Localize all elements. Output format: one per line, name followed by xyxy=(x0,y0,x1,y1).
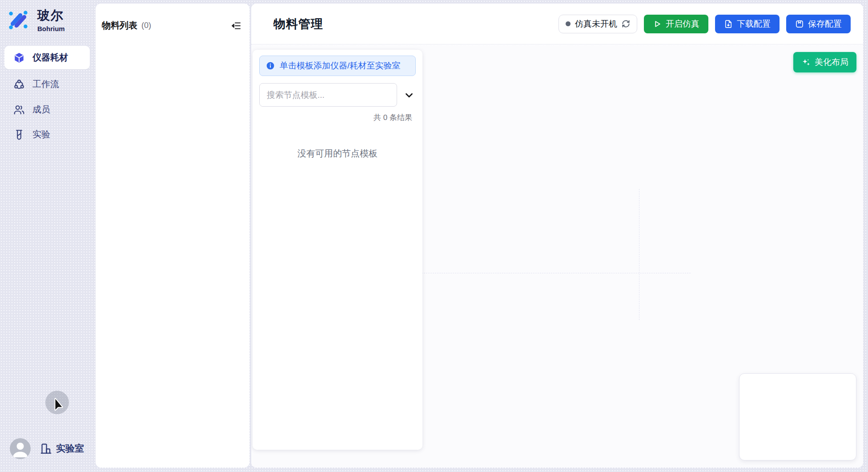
simulation-status-pill: 仿真未开机 xyxy=(559,15,637,33)
chevron-down-icon[interactable] xyxy=(403,89,415,101)
node-template-panel: 单击模板添加仪器/耗材至实验室 共 0 条结果 没有可用的节点模板 xyxy=(253,50,422,450)
users-icon xyxy=(13,104,25,116)
workflow-icon xyxy=(13,79,25,90)
template-search-input[interactable] xyxy=(259,83,397,107)
file-download-icon xyxy=(724,20,733,28)
sidebar-item-label: 工作流 xyxy=(32,78,59,90)
template-search-row xyxy=(259,83,416,107)
brand-text: 玻尔 Bohrium xyxy=(37,7,65,32)
app-root: 玻尔 Bohrium 仪器耗材 工作流 xyxy=(0,0,868,472)
template-hint-text: 单击模板添加仪器/耗材至实验室 xyxy=(280,60,400,72)
start-simulation-label: 开启仿真 xyxy=(666,18,699,30)
canvas-guide-horizontal xyxy=(419,273,691,273)
sidebar-item-label: 成员 xyxy=(32,104,50,116)
building-icon xyxy=(40,443,52,455)
start-simulation-button[interactable]: 开启仿真 xyxy=(644,15,708,33)
template-hint-banner: 单击模板添加仪器/耗材至实验室 xyxy=(259,56,416,76)
sidebar-item-members[interactable]: 成员 xyxy=(4,98,90,121)
brand-name: 玻尔 xyxy=(37,7,65,24)
empty-templates-text: 没有可用的节点模板 xyxy=(259,148,416,160)
beautify-layout-label: 美化布局 xyxy=(815,56,848,68)
main-header: 物料管理 仿真未开机 开启仿真 xyxy=(251,4,863,44)
collapse-panel-icon[interactable] xyxy=(231,20,241,31)
save-config-label: 保存配置 xyxy=(808,18,842,30)
status-dot-icon xyxy=(566,21,571,26)
beautify-layout-button[interactable]: 美化布局 xyxy=(793,52,856,72)
materials-list-title: 物料列表 xyxy=(102,20,137,32)
results-count: 共 0 条结果 xyxy=(259,112,416,123)
sidebar-item-label: 仪器耗材 xyxy=(32,52,68,64)
sidebar-item-instruments[interactable]: 仪器耗材 xyxy=(4,46,90,69)
test-tube-icon xyxy=(13,129,25,140)
canvas-guide-vertical xyxy=(639,189,639,320)
header-controls: 仿真未开机 开启仿真 xyxy=(559,15,851,33)
sparkles-icon xyxy=(801,58,811,67)
refresh-icon[interactable] xyxy=(622,20,630,28)
simulation-status-label: 仿真未开机 xyxy=(575,18,617,30)
person-icon xyxy=(10,438,31,459)
cube-icon xyxy=(13,52,25,64)
sidebar-item-experiment[interactable]: 实验 xyxy=(4,123,90,146)
sidebar-item-label: 实验 xyxy=(32,128,50,140)
lab-label: 实验室 xyxy=(56,442,84,455)
materials-list-count: (0) xyxy=(141,21,151,30)
bohrium-logo-icon xyxy=(6,8,30,32)
brand-subtitle: Bohrium xyxy=(37,25,65,32)
sidebar-footer: 实验室 xyxy=(0,438,96,460)
mouse-cursor-icon xyxy=(52,397,65,415)
user-avatar[interactable] xyxy=(10,438,31,459)
minimap[interactable] xyxy=(739,373,856,460)
download-config-label: 下载配置 xyxy=(737,18,771,30)
materials-list-panel: 物料列表 (0) xyxy=(96,4,249,468)
page-title: 物料管理 xyxy=(273,16,323,32)
sidebar-item-workflow[interactable]: 工作流 xyxy=(4,72,90,96)
save-icon xyxy=(795,20,804,28)
info-icon xyxy=(266,61,275,70)
lab-entry[interactable]: 实验室 xyxy=(40,442,84,455)
brand-logo: 玻尔 Bohrium xyxy=(6,7,65,32)
flow-canvas[interactable]: 美化布局 单击模板添加仪器/耗材至实验室 共 0 xyxy=(251,44,863,468)
play-icon xyxy=(653,20,662,28)
materials-list-header: 物料列表 (0) xyxy=(96,4,249,32)
save-config-button[interactable]: 保存配置 xyxy=(786,15,851,33)
main-panel: 物料管理 仿真未开机 开启仿真 xyxy=(251,4,863,468)
download-config-button[interactable]: 下载配置 xyxy=(715,15,780,33)
